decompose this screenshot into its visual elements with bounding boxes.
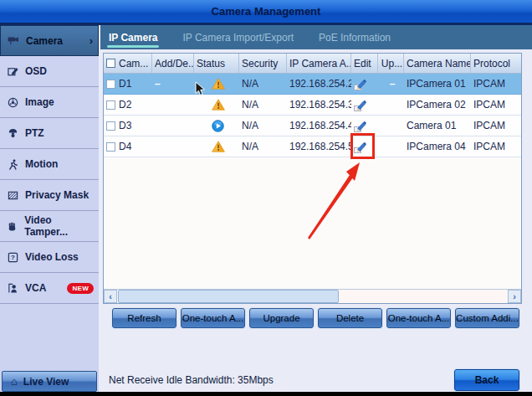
- sidebar-item-label: Camera: [26, 35, 63, 47]
- camera-name-cell: IPCamera 01: [404, 74, 471, 94]
- upgrade-cell: [378, 95, 404, 115]
- protocol-cell: IPCAM: [471, 95, 521, 115]
- upgrade-cell: –: [378, 74, 404, 94]
- table-row-d2[interactable]: D2 N/A 192.168.254.3 IPCamera 02 IPCAM: [104, 95, 521, 116]
- ip-camera-table: Cam... Add/De... Status Security IP Came…: [103, 53, 522, 304]
- protocol-cell: IPCAM: [471, 136, 521, 157]
- security-cell: N/A: [239, 74, 287, 94]
- header-add-delete: Add/De...: [152, 54, 194, 73]
- action-button-row: Refresh One-touch A... Upgrade Delete On…: [112, 308, 519, 328]
- header-upgrade: Up...: [378, 54, 404, 73]
- tab-ip-camera[interactable]: IP Camera: [107, 27, 159, 49]
- back-button[interactable]: Back: [454, 369, 519, 391]
- custom-adding-button[interactable]: Custom Addi...: [455, 308, 519, 328]
- osd-icon: [7, 66, 18, 77]
- delete-button[interactable]: Delete: [318, 308, 382, 328]
- image-icon: [7, 97, 18, 108]
- table-row-d1[interactable]: D1 – N/A 192.168.254.2 – IPCamera 01 IPC…: [104, 74, 521, 95]
- upgrade-button[interactable]: Upgrade: [249, 308, 314, 328]
- warning-triangle-icon: [212, 99, 225, 111]
- video-tamper-icon: [7, 221, 18, 232]
- sidebar-item-label: OSD: [25, 65, 47, 77]
- header-camera-no: Cam...: [104, 54, 152, 73]
- sidebar-item-label: VCA: [25, 282, 46, 294]
- sidebar-item-privacy-mask[interactable]: Privacy Mask: [0, 180, 99, 211]
- row-checkbox[interactable]: [106, 121, 115, 131]
- header-camera-name: Camera Name: [404, 54, 471, 73]
- live-view-button[interactable]: ⌂ Live View: [2, 371, 97, 392]
- ptz-icon: [7, 128, 18, 139]
- edit-pencil-icon[interactable]: [354, 78, 366, 90]
- camera-icon: [8, 35, 19, 46]
- camera-no: D1: [119, 78, 131, 90]
- table-row-d4[interactable]: D4 N/A 192.168.254.5 IPCamera 04 IPCAM: [104, 136, 521, 157]
- camera-name-cell: Camera 01: [404, 116, 471, 136]
- one-touch-activate-button[interactable]: One-touch A...: [386, 308, 451, 328]
- window-title-bar: Camera Management: [0, 0, 532, 23]
- sidebar-item-label: Image: [25, 96, 54, 108]
- window-title: Camera Management: [212, 5, 321, 18]
- edit-pencil-icon[interactable]: [354, 141, 366, 153]
- add-delete-cell: [152, 136, 194, 157]
- sidebar-item-image[interactable]: Image: [0, 87, 99, 118]
- camera-name-cell: IPCamera 02: [404, 95, 471, 115]
- screen-bottom-edge: [0, 392, 532, 396]
- row-checkbox[interactable]: [106, 100, 115, 110]
- header-ip-camera-address: IP Camera A...: [287, 54, 351, 73]
- ip-address-cell: 192.168.254.3: [287, 95, 351, 115]
- row-checkbox[interactable]: [106, 80, 115, 89]
- refresh-button[interactable]: Refresh: [112, 308, 176, 328]
- sidebar-item-label: Privacy Mask: [25, 189, 89, 201]
- sidebar-item-label: Motion: [25, 158, 58, 170]
- protocol-cell: IPCAM: [471, 116, 521, 136]
- add-delete-cell: [152, 116, 194, 136]
- camera-no: D2: [119, 99, 131, 111]
- edit-pencil-icon[interactable]: [354, 120, 366, 132]
- header-edit: Edit: [351, 54, 378, 73]
- tab-ip-camera-import-export[interactable]: IP Camera Import/Export: [181, 27, 295, 49]
- warning-triangle-icon: [212, 78, 225, 90]
- ip-address-cell: 192.168.254.5: [287, 136, 351, 157]
- security-cell: N/A: [239, 136, 287, 157]
- security-cell: N/A: [239, 116, 287, 136]
- sidebar-item-ptz[interactable]: PTZ: [0, 118, 99, 149]
- vca-icon: [7, 283, 18, 294]
- camera-no: D4: [119, 141, 131, 152]
- chevron-left-icon[interactable]: ‹: [104, 290, 117, 303]
- sidebar-item-vca[interactable]: VCA NEW: [0, 273, 99, 304]
- camera-name-cell: IPCamera 04: [404, 136, 471, 157]
- sidebar-item-motion[interactable]: Motion: [0, 149, 99, 180]
- camera-no: D3: [119, 120, 131, 131]
- select-all-checkbox[interactable]: [106, 59, 115, 68]
- motion-icon: [7, 159, 18, 170]
- privacy-mask-icon: [7, 190, 18, 201]
- scrollbar-thumb[interactable]: [118, 290, 339, 303]
- video-loss-icon: ?: [7, 252, 18, 263]
- edit-pencil-icon[interactable]: [354, 99, 366, 111]
- sidebar-item-osd[interactable]: OSD: [0, 56, 99, 87]
- chevron-right-icon[interactable]: ›: [508, 290, 521, 303]
- sidebar-item-video-tamper[interactable]: Video Tamper...: [0, 211, 99, 242]
- sidebar-item-camera[interactable]: Camera ›: [0, 25, 99, 56]
- chevron-right-icon: ›: [90, 34, 93, 47]
- header-protocol: Protocol: [471, 54, 521, 73]
- horizontal-scrollbar[interactable]: ‹ ›: [104, 289, 521, 303]
- upgrade-cell: [378, 116, 404, 136]
- play-icon: [212, 120, 224, 132]
- svg-text:?: ?: [11, 254, 15, 261]
- protocol-cell: IPCAM: [471, 74, 521, 94]
- sidebar-item-video-loss[interactable]: ? Video Loss: [0, 242, 99, 273]
- header-status: Status: [194, 54, 239, 73]
- ip-address-cell: 192.168.254.4: [287, 116, 351, 136]
- row-checkbox[interactable]: [106, 142, 115, 152]
- tab-bar: IP Camera IP Camera Import/Export PoE In…: [100, 25, 532, 49]
- sidebar-item-label: Video Tamper...: [24, 214, 94, 238]
- table-row-d3[interactable]: D3 N/A 192.168.254.4 Camera 01 IPCAM: [104, 116, 521, 136]
- ip-address-cell: 192.168.254.2: [287, 74, 351, 94]
- tab-poe-information[interactable]: PoE Information: [317, 27, 392, 49]
- sidebar-item-label: PTZ: [25, 127, 44, 139]
- header-security: Security: [239, 54, 287, 73]
- one-touch-adding-button[interactable]: One-touch A...: [181, 308, 245, 328]
- settings-sidebar: Camera › OSD Image PTZ Motion Privacy Ma…: [0, 25, 99, 392]
- add-delete-cell: –: [152, 74, 194, 94]
